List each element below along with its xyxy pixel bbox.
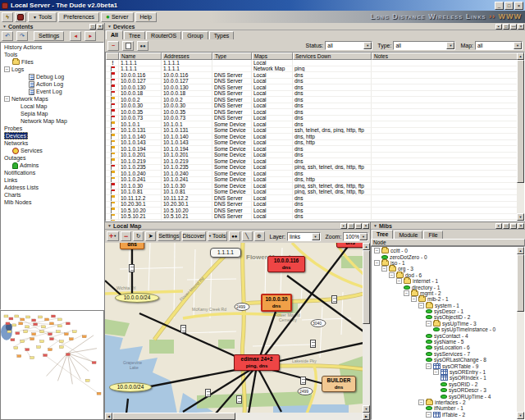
tree-expander-icon[interactable]: − bbox=[4, 66, 10, 72]
panel-float-button[interactable]: ▪ bbox=[495, 24, 502, 30]
sidebar-item-probes[interactable]: Probes bbox=[1, 125, 103, 132]
sidebar-item-mib-nodes[interactable]: Mib Nodes bbox=[1, 199, 103, 206]
map-node-10-0-0-116[interactable]: 10.0.0.116dns bbox=[267, 256, 305, 272]
table-row[interactable]: 10.1.0.23510.1.0.235Some DeviceLocalping… bbox=[106, 165, 517, 171]
panel-minimize-button[interactable]: — bbox=[510, 223, 517, 229]
table-row[interactable]: 10.0.0.1810.0.0.18DNS ServerLocaldns bbox=[106, 91, 517, 98]
panel-float-button[interactable]: ▪ bbox=[340, 223, 347, 229]
sidebar-item-links[interactable]: Links bbox=[1, 176, 103, 184]
import-button[interactable]: ▸ bbox=[84, 31, 96, 41]
remove-button[interactable]: − bbox=[107, 41, 119, 51]
tree-expander-icon[interactable]: − bbox=[426, 363, 431, 369]
table-row[interactable]: 10.1.0.14310.1.0.143Some DeviceLocaldns,… bbox=[106, 140, 517, 147]
tree-expander-icon[interactable]: − bbox=[426, 321, 431, 326]
map-horizontal-scrollbar[interactable]: ◀ ▶ bbox=[105, 413, 370, 420]
mibs-scrollbar[interactable]: ▲ ▼ bbox=[517, 247, 524, 419]
mib-node-sysoruptime-4[interactable]: sysORUpTime - 4 bbox=[372, 393, 517, 399]
tree-expander-icon[interactable]: − bbox=[418, 399, 424, 405]
tree-expander-icon[interactable]: − bbox=[374, 260, 380, 266]
column-header-icon[interactable] bbox=[106, 52, 119, 60]
map-node-10-0-0-0-24[interactable]: 10.0.0.0/24 bbox=[115, 293, 159, 303]
mib-node-sysorentry-1[interactable]: −sysOREntry - 1 bbox=[372, 369, 517, 375]
table-row[interactable]: 10.5.10.510.5.10.5DNS ServerLocaldns bbox=[106, 220, 517, 221]
sidebar-item-files[interactable]: Files bbox=[1, 58, 103, 66]
connect-button[interactable]: ϟ bbox=[2, 12, 13, 22]
tab-routeros[interactable]: RouterOS bbox=[146, 31, 181, 39]
mib-node-iftable-2[interactable]: −ifTable - 2 bbox=[372, 412, 517, 418]
tree-expander-icon[interactable]: − bbox=[404, 290, 409, 296]
sidebar-item-network-map-map[interactable]: Network Map Map bbox=[1, 117, 103, 125]
table-row[interactable]: 10.1.0.8110.1.0.81Some DeviceLocalping, … bbox=[106, 189, 517, 196]
panel-menu-icon[interactable]: ▼ bbox=[107, 223, 112, 228]
mib-node-mib-2-1[interactable]: −mib-2 - 1 bbox=[372, 296, 517, 302]
sidebar-item-outages[interactable]: Outages bbox=[1, 154, 103, 162]
sidebar-item-tools[interactable]: Tools bbox=[1, 51, 103, 58]
table-row[interactable]: 10.20.30.110.20.30.1DNS ServerLocaldns bbox=[106, 202, 517, 208]
layer-select[interactable]: links▼ bbox=[287, 232, 321, 241]
column-header-services-down[interactable]: Services Down bbox=[293, 52, 372, 60]
table-row[interactable]: 10.0.0.13010.0.0.130DNS ServerLocaldns bbox=[106, 84, 517, 91]
mib-node-system-1[interactable]: −system - 1 bbox=[372, 303, 517, 308]
mib-node-sysobjectid-2[interactable]: sysObjectID - 2 bbox=[372, 314, 517, 320]
map-vertical-scrollbar[interactable]: ▲ ▼ bbox=[363, 243, 370, 413]
map-node-dns[interactable]: dns bbox=[336, 243, 363, 248]
table-row[interactable]: 10.1.0.20110.1.0.201Some DeviceLocaldns bbox=[106, 153, 517, 159]
panel-close-button[interactable]: × bbox=[518, 24, 524, 30]
mib-node-interfaces-2[interactable]: −interfaces - 2 bbox=[372, 399, 517, 405]
scroll-up-icon[interactable]: ▲ bbox=[517, 247, 524, 254]
mibs-tab-module[interactable]: Module bbox=[394, 231, 422, 239]
tree-expander-icon[interactable]: − bbox=[389, 272, 395, 278]
copy-button[interactable] bbox=[122, 41, 134, 51]
mib-node-syslocation-6[interactable]: sysLocation - 6 bbox=[372, 345, 517, 350]
mib-node-org-3[interactable]: −org - 3 bbox=[372, 266, 517, 272]
column-header-name[interactable]: Name bbox=[119, 52, 162, 60]
tab-tree[interactable]: Tree bbox=[124, 31, 145, 39]
table-row[interactable]: 10.0.0.210.0.0.2DNS ServerLocaldns bbox=[106, 97, 517, 103]
sidebar-item-services[interactable]: Services bbox=[1, 147, 103, 154]
sidebar-item-network-maps[interactable]: −Network Maps bbox=[1, 95, 103, 103]
tree-expander-icon[interactable]: − bbox=[418, 303, 424, 308]
devices-scrollbar[interactable]: ▲ ▼ bbox=[517, 52, 524, 221]
panel-menu-icon[interactable]: ▼ bbox=[107, 24, 112, 29]
panel-close-button[interactable]: × bbox=[97, 24, 103, 30]
mibs-tab-tree[interactable]: Tree bbox=[372, 230, 393, 239]
mib-node-ifnumber-1[interactable]: ifNumber - 1 bbox=[372, 405, 517, 411]
tree-expander-icon[interactable]: − bbox=[433, 369, 439, 375]
tab-group[interactable]: Group bbox=[182, 31, 208, 39]
tab-all[interactable]: All bbox=[106, 30, 123, 39]
mib-node-syscontact-4[interactable]: sysContact - 4 bbox=[372, 332, 517, 338]
scroll-up-icon[interactable]: ▲ bbox=[517, 52, 524, 60]
panel-menu-icon[interactable]: ▼ bbox=[2, 24, 7, 29]
map-node-10-0-0-30[interactable]: 10.0.0.30dns bbox=[261, 294, 292, 312]
mib-node-sysuptime-3[interactable]: −sysUpTime - 3 bbox=[372, 321, 517, 326]
mib-node-dod-6[interactable]: −dod - 6 bbox=[372, 272, 517, 278]
sidebar-item-charts[interactable]: Charts bbox=[1, 191, 103, 199]
mib-node-sysservices-7[interactable]: sysServices - 7 bbox=[372, 351, 517, 357]
panel-minimize-button[interactable]: — bbox=[355, 223, 362, 229]
tree-expander-icon[interactable]: − bbox=[4, 96, 10, 102]
scroll-right-icon[interactable]: ▶ bbox=[363, 413, 370, 420]
scroll-up-icon[interactable]: ▲ bbox=[363, 243, 370, 250]
server-button[interactable]: ●Server bbox=[101, 12, 133, 22]
scroll-down-icon[interactable]: ▼ bbox=[517, 213, 524, 221]
tree-expander-icon[interactable]: − bbox=[411, 296, 417, 302]
refresh-button[interactable]: ↻ bbox=[133, 231, 144, 241]
close-button[interactable]: × bbox=[514, 2, 523, 10]
mib-node-directory-1[interactable]: directory - 1 bbox=[372, 284, 517, 290]
map-node-1-1-1-1[interactable]: 1.1.1.1 bbox=[210, 248, 241, 258]
sidebar-item-action-log[interactable]: Action Log bbox=[1, 80, 103, 88]
panel-detach-button[interactable]: □ bbox=[503, 24, 509, 30]
export-button[interactable]: ◂ bbox=[70, 31, 81, 41]
table-row[interactable]: 10.1.0.3010.1.0.30Some DeviceLocalping, … bbox=[106, 183, 517, 189]
minimize-button[interactable]: _ bbox=[495, 2, 504, 10]
dude-button[interactable] bbox=[15, 12, 26, 22]
table-row[interactable]: 10.0.0.3510.0.0.35DNS ServerLocaldns bbox=[106, 109, 517, 116]
map-find-button[interactable]: ●● bbox=[229, 231, 240, 241]
scroll-down-icon[interactable]: ▼ bbox=[517, 412, 524, 419]
link-rate-label[interactable] bbox=[180, 325, 186, 333]
pointer-tool-button[interactable]: ➤ bbox=[145, 231, 156, 241]
panel-detach-button[interactable]: □ bbox=[503, 223, 509, 229]
panel-detach-button[interactable]: □ bbox=[348, 223, 354, 229]
link-rate-label[interactable] bbox=[236, 395, 242, 404]
table-row[interactable]: 10.1.0.21910.1.0.219Some DeviceLocaldns bbox=[106, 158, 517, 165]
